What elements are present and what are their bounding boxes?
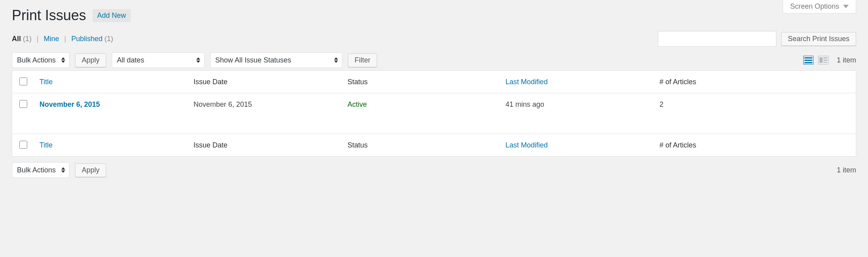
bulk-actions-select-bottom[interactable]: Bulk Actions xyxy=(12,162,70,178)
col-issue-date-foot: Issue Date xyxy=(188,134,342,157)
row-issue-date: November 6, 2015 xyxy=(188,93,342,134)
col-status-foot: Status xyxy=(342,134,500,157)
col-articles-foot: # of Articles xyxy=(654,134,856,157)
page-title: Print Issues Add New xyxy=(12,7,131,24)
bulk-actions-label-bottom: Bulk Actions xyxy=(17,166,56,174)
table-row: November 6, 2015 November 6, 2015 Active… xyxy=(12,93,856,134)
bulk-actions-select[interactable]: Bulk Actions xyxy=(12,52,70,68)
filter-published-count: (1) xyxy=(105,35,113,43)
table-footer-row: Title Issue Date Status Last Modified # … xyxy=(12,134,856,157)
separator: | xyxy=(36,35,40,43)
status-filter-select[interactable]: Show All Issue Statuses xyxy=(210,52,342,68)
svg-rect-3 xyxy=(804,62,812,63)
filter-all-label: All xyxy=(12,35,21,43)
status-filter-label: Show All Issue Statuses xyxy=(215,56,291,64)
row-status: Active xyxy=(348,100,367,108)
filter-published[interactable]: Published (1) xyxy=(71,35,113,43)
issues-table: Title Issue Date Status Last Modified # … xyxy=(12,70,856,157)
date-filter-label: All dates xyxy=(117,56,144,64)
view-excerpt-button[interactable] xyxy=(817,55,830,66)
apply-button-bottom[interactable]: Apply xyxy=(75,163,106,177)
filter-mine[interactable]: Mine xyxy=(44,35,59,43)
col-title-foot[interactable]: Title xyxy=(34,134,188,157)
date-filter-select[interactable]: All dates xyxy=(112,52,205,68)
filter-all-count: (1) xyxy=(23,35,32,43)
filter-published-label[interactable]: Published xyxy=(71,35,102,43)
table-header-row: Title Issue Date Status Last Modified # … xyxy=(12,71,856,93)
col-last-modified[interactable]: Last Modified xyxy=(500,71,654,93)
svg-rect-6 xyxy=(823,57,827,59)
col-title[interactable]: Title xyxy=(34,71,188,93)
row-last-modified: 41 mins ago xyxy=(500,93,654,134)
svg-rect-5 xyxy=(819,57,823,63)
svg-rect-2 xyxy=(804,60,812,61)
list-view-icon xyxy=(803,56,814,64)
page-title-text: Print Issues xyxy=(12,7,86,24)
add-new-button[interactable]: Add New xyxy=(92,9,131,22)
filter-links: All (1) | Mine | Published (1) xyxy=(12,35,113,43)
tablenav-bottom: Bulk Actions Apply 1 item xyxy=(12,162,856,178)
search-button[interactable]: Search Print Issues xyxy=(781,32,856,46)
search-area: Search Print Issues xyxy=(658,31,856,47)
excerpt-view-icon xyxy=(818,56,829,64)
row-checkbox[interactable] xyxy=(19,100,27,108)
view-list-button[interactable] xyxy=(802,55,815,66)
apply-button-top[interactable]: Apply xyxy=(75,53,106,67)
filter-all[interactable]: All (1) xyxy=(12,35,32,43)
item-count-bottom: 1 item xyxy=(837,166,856,174)
col-issue-date: Issue Date xyxy=(188,71,342,93)
select-all-top[interactable] xyxy=(19,77,27,85)
row-title-link[interactable]: November 6, 2015 xyxy=(39,100,100,108)
select-all-bottom[interactable] xyxy=(19,141,27,149)
svg-rect-8 xyxy=(823,62,827,63)
separator: | xyxy=(63,35,68,43)
svg-rect-1 xyxy=(804,57,812,59)
col-articles: # of Articles xyxy=(654,71,856,93)
svg-rect-7 xyxy=(823,60,827,61)
col-status: Status xyxy=(342,71,500,93)
bulk-actions-label: Bulk Actions xyxy=(17,56,56,64)
filter-button[interactable]: Filter xyxy=(348,53,377,67)
tablenav-top: Bulk Actions Apply All dates Show All Is… xyxy=(12,52,856,68)
col-last-modified-foot[interactable]: Last Modified xyxy=(500,134,654,157)
row-article-count: 2 xyxy=(654,93,856,134)
search-input[interactable] xyxy=(658,31,776,47)
item-count-top: 1 item xyxy=(837,56,856,64)
